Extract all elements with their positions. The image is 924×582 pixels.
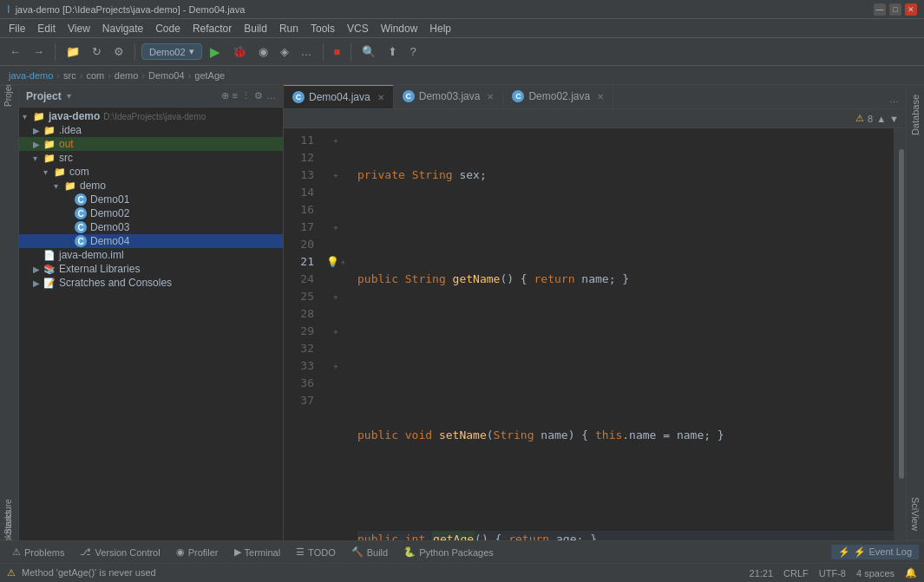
- menu-item-run[interactable]: Run: [274, 21, 304, 36]
- expand-17[interactable]: +: [333, 219, 337, 236]
- menu-item-refactor[interactable]: Refactor: [187, 21, 237, 36]
- kw-return-21: return: [508, 531, 549, 540]
- menu-item-file[interactable]: File: [3, 21, 30, 36]
- tree-item-demo01[interactable]: ▶ C Demo01: [19, 193, 283, 206]
- toolbar-separator-2: [134, 43, 135, 61]
- warnings-bar: ⚠ 8 ▲ ▼: [284, 109, 906, 128]
- database-panel-toggle[interactable]: Database: [907, 85, 924, 144]
- breadcrumb-item-1[interactable]: java-demo: [9, 70, 53, 81]
- tree-item-demo02[interactable]: ▶ C Demo02: [19, 206, 283, 220]
- tab-todo[interactable]: ☰ TODO: [289, 545, 343, 559]
- expand-21[interactable]: +: [341, 253, 345, 271]
- tab-terminal[interactable]: ▶ Terminal: [227, 545, 288, 559]
- breadcrumb-item-3[interactable]: com: [86, 70, 104, 81]
- stop-button[interactable]: ■: [330, 43, 345, 61]
- expand-all-button[interactable]: ⋮: [241, 90, 251, 101]
- tab-build[interactable]: 🔨 Build: [344, 545, 395, 559]
- more-run-button[interactable]: …: [297, 43, 317, 61]
- profile-button[interactable]: ◉: [254, 43, 272, 61]
- expand-29[interactable]: +: [333, 323, 337, 340]
- debug-button[interactable]: 🐞: [228, 43, 251, 61]
- tab-demo02[interactable]: C Demo02.java ✕: [503, 85, 613, 108]
- sciview-panel-toggle[interactable]: SciView: [907, 488, 924, 540]
- tree-item-out[interactable]: ▶ 📁 out: [19, 137, 283, 151]
- tree-item-src[interactable]: ▾ 📁 src: [19, 151, 283, 165]
- tree-item-iml[interactable]: ▶ 📄 java-demo.iml: [19, 248, 283, 262]
- tab-problems[interactable]: ⚠ Problems: [5, 545, 71, 559]
- sync-button[interactable]: ↻: [88, 43, 106, 61]
- scrollbar-thumb[interactable]: [899, 149, 904, 479]
- breadcrumb-item-6[interactable]: getAge: [194, 70, 225, 81]
- coverage-button[interactable]: ◈: [276, 43, 293, 61]
- project-structure-button[interactable]: 📁: [62, 43, 84, 61]
- profiler-icon: ◉: [176, 546, 185, 558]
- tree-item-idea[interactable]: ▶ 📁 .idea: [19, 123, 283, 137]
- menu-item-code[interactable]: Code: [150, 21, 186, 36]
- status-cursor-position[interactable]: 21:21: [750, 568, 774, 579]
- run-button[interactable]: ▶: [206, 42, 225, 62]
- expand-13[interactable]: +: [333, 167, 337, 184]
- update-button[interactable]: ⬆: [383, 43, 402, 61]
- expand-33[interactable]: +: [333, 357, 337, 375]
- tab-close-demo02[interactable]: ✕: [597, 92, 604, 101]
- tab-demo04[interactable]: C Demo04.java ✕: [284, 85, 394, 108]
- menu-item-view[interactable]: View: [62, 21, 95, 36]
- menu-item-edit[interactable]: Edit: [32, 21, 61, 36]
- tab-demo03[interactable]: C Demo03.java ✕: [394, 85, 504, 108]
- help-button[interactable]: ?: [405, 43, 420, 61]
- menu-item-help[interactable]: Help: [424, 21, 456, 36]
- expand-25[interactable]: +: [333, 288, 337, 305]
- tab-profiler[interactable]: ◉ Profiler: [169, 545, 226, 559]
- locate-file-button[interactable]: ⊕: [221, 90, 229, 101]
- menu-item-navigate[interactable]: Navigate: [97, 21, 148, 36]
- tree-item-scratches[interactable]: ▶ 📝 Scratches and Consoles: [19, 276, 283, 290]
- menu-item-vcs[interactable]: VCS: [342, 21, 374, 36]
- tree-item-com[interactable]: ▾ 📁 com: [19, 165, 283, 179]
- breadcrumb-item-5[interactable]: Demo04: [148, 70, 185, 81]
- tab-close-demo04[interactable]: ✕: [377, 93, 384, 102]
- maximize-button[interactable]: □: [889, 3, 901, 16]
- line-num-13: 13: [284, 167, 323, 184]
- menu-item-window[interactable]: Window: [376, 21, 423, 36]
- tab-python-packages[interactable]: 🐍 Python Packages: [396, 545, 501, 559]
- warning-down-button[interactable]: ▼: [889, 114, 899, 124]
- close-button[interactable]: ✕: [905, 3, 917, 16]
- tabs-more-button[interactable]: ⋯: [882, 97, 906, 108]
- tree-label-com: com: [69, 166, 89, 178]
- minimize-button[interactable]: —: [874, 3, 886, 16]
- tree-item-ext-libs[interactable]: ▶ 📚 External Libraries: [19, 262, 283, 276]
- menu-item-build[interactable]: Build: [239, 21, 272, 36]
- project-settings-button[interactable]: ⚙: [254, 90, 263, 101]
- code-editor[interactable]: private String sex; public String getNam…: [349, 128, 894, 540]
- sidebar-toggle-project[interactable]: Project: [0, 85, 16, 101]
- status-indent[interactable]: 4 spaces: [856, 568, 895, 579]
- tree-item-demo[interactable]: ▾ 📁 demo: [19, 179, 283, 193]
- collapse-all-button[interactable]: ≡: [233, 90, 238, 101]
- toolbar: ← → 📁 ↻ ⚙ Demo02 ▾ ▶ 🐞 ◉ ◈ … ■ 🔍 ⬆ ?: [0, 38, 924, 66]
- more-options-button[interactable]: …: [266, 90, 276, 101]
- settings-button[interactable]: ⚙: [109, 43, 128, 61]
- back-button[interactable]: ←: [5, 43, 25, 61]
- tree-item-root[interactable]: ▾ 📁 java-demo D:\IdeaProjects\java-demo: [19, 109, 283, 123]
- menu-item-tools[interactable]: Tools: [305, 21, 340, 36]
- breadcrumb-item-2[interactable]: src: [63, 70, 76, 81]
- expand-11[interactable]: +: [333, 132, 337, 149]
- warning-up-button[interactable]: ▲: [876, 114, 886, 124]
- forward-button[interactable]: →: [29, 43, 49, 61]
- status-line-ending[interactable]: CRLF: [783, 568, 809, 579]
- gutter-12: [323, 149, 349, 167]
- tab-close-demo03[interactable]: ✕: [487, 92, 494, 101]
- tree-item-demo04[interactable]: ▶ C Demo04: [19, 234, 283, 248]
- gutter-25: +: [323, 288, 349, 305]
- tree-item-demo03[interactable]: ▶ C Demo03: [19, 220, 283, 234]
- event-log-tab[interactable]: ⚡ ⚡ Event Log: [831, 545, 919, 559]
- editor-scrollbar[interactable]: [894, 128, 906, 540]
- sidebar-toggle-bookmarks[interactable]: Bookmarks: [0, 525, 16, 540]
- todo-icon: ☰: [296, 546, 305, 558]
- search-button[interactable]: 🔍: [357, 43, 380, 61]
- breadcrumb-item-4[interactable]: demo: [115, 70, 139, 81]
- warning-number: 8: [868, 114, 873, 124]
- status-encoding[interactable]: UTF-8: [819, 568, 846, 579]
- tab-version-control[interactable]: ⎇ Version Control: [73, 545, 167, 559]
- run-config-selector[interactable]: Demo02 ▾: [141, 43, 202, 60]
